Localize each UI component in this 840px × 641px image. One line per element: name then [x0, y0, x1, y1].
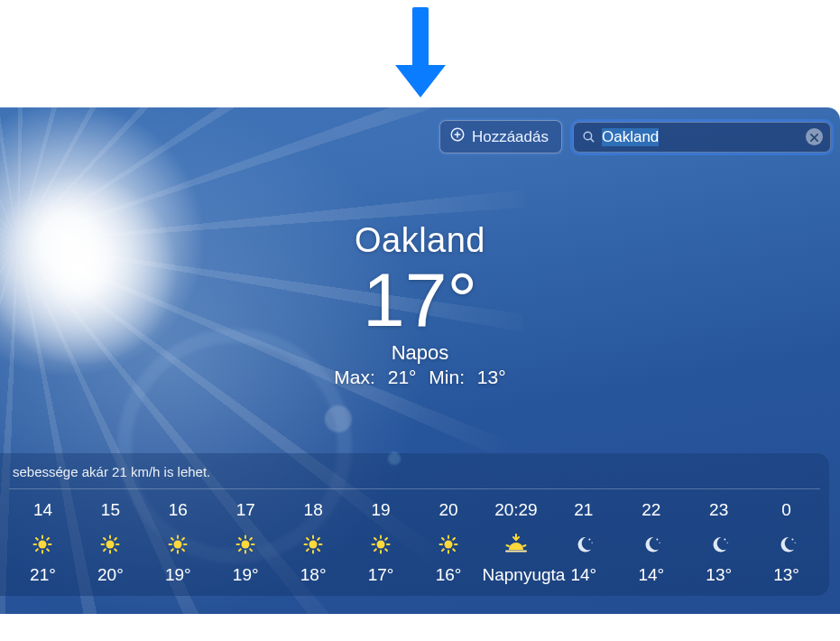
hour-label: 16 — [144, 500, 212, 520]
hour-item: 16 19° — [144, 500, 212, 585]
svg-point-76 — [656, 538, 658, 540]
svg-line-72 — [523, 545, 526, 546]
hour-label: 23 — [685, 500, 752, 520]
svg-line-69 — [453, 538, 455, 540]
hour-label: 20:29 — [482, 500, 549, 520]
location-name: Oakland — [0, 221, 840, 260]
hour-label: 18 — [280, 500, 347, 520]
svg-line-14 — [36, 549, 38, 551]
hour-item: 18 18° — [280, 500, 347, 585]
low-value: 13° — [477, 367, 506, 387]
svg-point-7 — [39, 541, 47, 549]
close-icon — [810, 129, 818, 145]
svg-line-13 — [48, 549, 50, 551]
hour-item: 14 21° — [9, 500, 77, 585]
svg-line-49 — [318, 549, 319, 551]
svg-point-75 — [591, 543, 592, 543]
svg-point-3 — [584, 132, 592, 140]
hour-label: 21 — [549, 500, 617, 520]
sun-icon — [280, 529, 347, 560]
hour-temperature: Napnyugta — [482, 565, 549, 585]
hour-item: 20:29 Napnyugta — [482, 500, 549, 585]
svg-line-32 — [171, 549, 173, 551]
hour-temperature: 20° — [77, 565, 144, 585]
search-icon — [581, 129, 596, 144]
svg-point-80 — [791, 538, 793, 540]
toolbar: Hozzáadás — [439, 120, 831, 153]
svg-line-33 — [182, 538, 184, 540]
low-label: Min: — [429, 367, 465, 387]
hour-label: 22 — [617, 500, 685, 520]
current-conditions: Oakland 17° Napos Max: 21° Min: 13° — [0, 221, 840, 388]
svg-line-71 — [506, 545, 509, 546]
svg-line-42 — [250, 538, 252, 540]
sunset-icon — [482, 529, 549, 560]
svg-line-48 — [307, 538, 309, 540]
hour-label: 20 — [415, 500, 483, 520]
hour-label: 14 — [9, 500, 77, 520]
hourly-summary-text: sebessége akár 21 km/h is lehet. — [9, 464, 820, 489]
search-box[interactable] — [573, 122, 831, 153]
clear-search-button[interactable] — [806, 128, 823, 145]
svg-line-51 — [318, 538, 319, 540]
current-temperature: 17° — [0, 262, 840, 338]
svg-point-61 — [444, 541, 452, 549]
svg-line-21 — [104, 538, 106, 540]
sun-icon — [347, 529, 415, 560]
svg-point-81 — [794, 543, 795, 543]
hour-label: 19 — [347, 500, 415, 520]
hour-temperature: 14° — [617, 565, 685, 585]
svg-line-31 — [182, 549, 184, 551]
hour-temperature: 21° — [9, 565, 77, 585]
svg-point-25 — [174, 541, 182, 549]
hour-temperature: 18° — [280, 565, 347, 585]
hourly-forecast-panel: sebessége akár 21 km/h is lehet. 14 21°1… — [0, 453, 829, 596]
hour-item: 23 13° — [685, 500, 752, 585]
high-label: Max: — [334, 367, 375, 387]
annotation-arrow-down — [393, 7, 448, 107]
svg-line-30 — [171, 538, 173, 540]
svg-line-60 — [385, 538, 387, 540]
svg-line-67 — [453, 549, 455, 551]
svg-line-24 — [115, 538, 117, 540]
svg-line-12 — [36, 538, 38, 540]
svg-line-15 — [48, 538, 50, 540]
search-input[interactable] — [602, 128, 800, 146]
hour-label: 17 — [212, 500, 280, 520]
sun-icon — [9, 529, 77, 560]
high-low: Max: 21° Min: 13° — [0, 367, 840, 388]
hour-item: 19 17° — [347, 500, 415, 585]
moon-icon — [685, 529, 752, 560]
hour-temperature: 17° — [347, 565, 415, 585]
svg-line-40 — [250, 549, 252, 551]
svg-line-23 — [104, 549, 106, 551]
hour-item: 22 14° — [617, 500, 685, 585]
svg-line-59 — [374, 549, 376, 551]
plus-circle-icon — [449, 126, 466, 147]
hour-temperature: 13° — [685, 565, 752, 585]
current-condition: Napos — [0, 341, 840, 365]
sun-icon — [212, 529, 280, 560]
hourly-row[interactable]: 14 21°15 20°16 — [9, 489, 820, 585]
svg-point-34 — [242, 541, 250, 549]
moon-icon — [752, 529, 820, 560]
moon-icon — [549, 529, 617, 560]
hour-temperature: 14° — [549, 565, 617, 585]
svg-line-39 — [239, 538, 241, 540]
add-location-button[interactable]: Hozzáadás — [439, 120, 562, 153]
hour-item: 0 13° — [752, 500, 820, 585]
svg-line-68 — [442, 549, 444, 551]
hour-temperature: 19° — [144, 565, 212, 585]
svg-line-50 — [307, 549, 309, 551]
svg-point-52 — [377, 541, 385, 549]
svg-line-22 — [115, 549, 117, 551]
add-button-label: Hozzáadás — [472, 128, 549, 146]
svg-line-66 — [442, 538, 444, 540]
svg-line-57 — [374, 538, 376, 540]
hour-item: 15 20° — [77, 500, 144, 585]
svg-point-43 — [309, 541, 318, 549]
high-value: 21° — [388, 367, 417, 387]
weather-window: Hozzáadás Oakland 17° — [0, 107, 840, 614]
hour-label: 15 — [77, 500, 144, 520]
sun-icon — [77, 529, 144, 560]
